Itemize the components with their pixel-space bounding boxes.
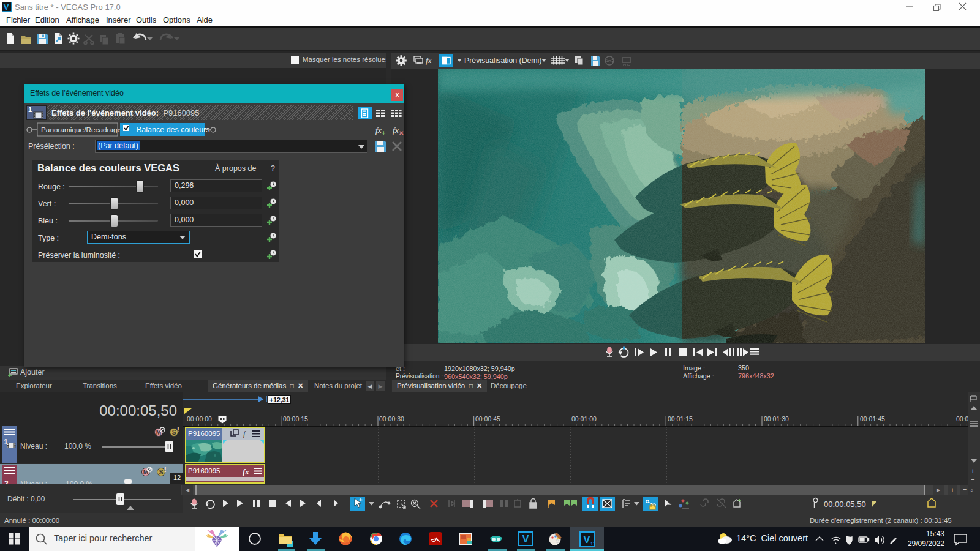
svg-text:60: 60 bbox=[607, 59, 611, 63]
svg-text:f: f bbox=[243, 430, 246, 438]
svg-text:Prévisualisation (Demi): Prévisualisation (Demi) bbox=[464, 56, 541, 65]
svg-text:00:00:05,50: 00:00:05,50 bbox=[824, 500, 866, 509]
svg-text:Panoramique/Recadrage: Panoramique/Recadrage bbox=[41, 126, 122, 134]
svg-text:⌕: ⌕ bbox=[970, 487, 974, 493]
svg-text:V: V bbox=[4, 2, 9, 12]
svg-text:17: 17 bbox=[590, 542, 595, 546]
svg-text:fx: fx bbox=[375, 126, 382, 135]
svg-text:V: V bbox=[522, 534, 529, 544]
svg-text:fx: fx bbox=[243, 467, 249, 476]
svg-text:✕: ✕ bbox=[399, 130, 404, 137]
svg-text:fx: fx bbox=[393, 126, 399, 135]
svg-text:+: + bbox=[971, 467, 974, 474]
svg-text:−: − bbox=[971, 476, 974, 483]
svg-text:V: V bbox=[583, 534, 590, 545]
svg-text:fx: fx bbox=[426, 56, 432, 65]
svg-text:Balance des couleurs: Balance des couleurs bbox=[137, 126, 210, 134]
svg-text:+: + bbox=[382, 129, 385, 137]
svg-text:HDR: HDR bbox=[623, 63, 630, 67]
